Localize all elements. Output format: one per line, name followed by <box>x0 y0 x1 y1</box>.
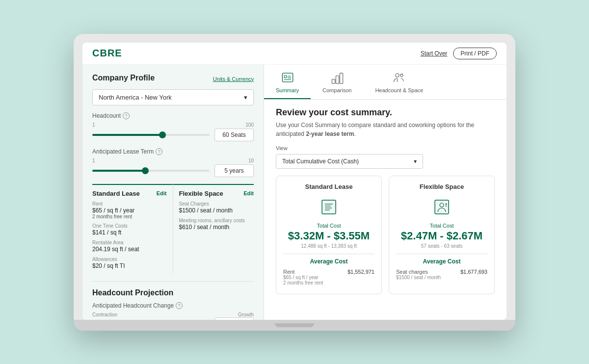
cbre-logo: CBRE <box>92 48 122 59</box>
flexible-seat-desc: $1500 / seat / month <box>396 275 441 280</box>
standard-rent-value: $1,552,971 <box>348 269 375 286</box>
location-dropdown[interactable]: North America - New York ▾ <box>92 89 254 105</box>
view-dropdown-chevron-icon: ▾ <box>414 158 417 165</box>
standard-lease-section: Standard Lease Edit Rent $65 / sq ft / y… <box>92 184 173 273</box>
headcount-slider-row: 60 Seats <box>92 129 254 141</box>
dropdown-chevron-icon: ▾ <box>244 94 247 101</box>
right-panel: Summary Comparison <box>264 65 507 320</box>
standard-rent-desc: $65 / sq ft / year <box>283 275 323 280</box>
headcount-slider-thumb[interactable] <box>159 131 166 138</box>
lease-term-slider-row: 5 years <box>92 164 254 177</box>
allowances-detail: Allowances $20 / sq ft TI <box>92 257 167 269</box>
view-label: View <box>276 145 495 151</box>
svg-rect-11 <box>322 200 336 214</box>
rent-detail: Rent $65 / sq ft / year 2 months free re… <box>92 201 167 219</box>
standard-lease-card-icon <box>283 195 375 219</box>
flexible-space-title: Flexible Space Edit <box>179 190 254 197</box>
flexible-space-edit[interactable]: Edit <box>243 190 254 196</box>
header-actions: Start Over Print / PDF <box>421 48 497 59</box>
seat-charges-detail: Seat Charges $1500 / seat / month <box>179 201 254 214</box>
tab-summary-label: Summary <box>276 87 299 93</box>
svg-rect-6 <box>336 76 339 83</box>
lease-term-slider-thumb[interactable] <box>142 167 149 174</box>
lease-term-help-icon[interactable]: ? <box>156 148 162 155</box>
growth-value-box: 0% growth <box>214 317 254 320</box>
headcount-help-icon[interactable]: ? <box>123 112 130 119</box>
headcount-slider-fill <box>92 134 162 136</box>
view-dropdown-value: Total Cumulative Cost (Cash) <box>282 158 359 165</box>
flexible-total-cost-sub: 57 seats - 63 seats <box>396 243 487 249</box>
print-pdf-button[interactable]: Print / PDF <box>453 48 497 59</box>
company-profile-header: Company Profile Units & Currency <box>92 74 254 84</box>
laptop-screen: CBRE Start Over Print / PDF Company Prof… <box>82 43 507 320</box>
svg-point-8 <box>396 74 399 77</box>
company-profile-title: Company Profile <box>92 74 155 82</box>
cost-cards: Standard Lease Total Cost <box>276 176 495 294</box>
tab-summary[interactable]: Summary <box>264 65 311 99</box>
flexible-space-section: Flexible Space Edit Seat Charges $1500 /… <box>173 184 254 273</box>
tab-comparison[interactable]: Comparison <box>311 65 363 99</box>
laptop-base <box>74 320 515 331</box>
review-description: Use your Cost Summary to compare standar… <box>276 121 495 138</box>
standard-total-cost-label: Total Cost <box>283 223 375 229</box>
svg-point-18 <box>446 203 447 205</box>
anticipated-headcount-help-icon[interactable]: ? <box>176 302 183 309</box>
tab-headcount-space[interactable]: Headcount & Space <box>363 65 435 99</box>
laptop-notch <box>275 323 314 327</box>
headcount-slider-container <box>92 134 210 136</box>
flexible-seat-label: Seat charges <box>396 269 441 275</box>
flexible-space-card: Flexible Space Total Cost <box>389 176 495 294</box>
svg-rect-0 <box>282 73 293 82</box>
flexible-seat-row: Seat charges $1500 / seat / month $1,677… <box>396 269 487 280</box>
flexible-seat-value: $1,677,693 <box>460 269 487 280</box>
headcount-value-box: 60 Seats <box>214 129 254 141</box>
laptop-container: CBRE Start Over Print / PDF Company Prof… <box>74 34 515 331</box>
headcount-label: Headcount ? <box>92 112 254 119</box>
flexible-avg-cost-title: Average Cost <box>396 254 487 265</box>
lease-term-value-box: 5 years <box>214 164 254 177</box>
units-currency-link[interactable]: Units & Currency <box>213 76 254 82</box>
headcount-space-icon <box>391 70 407 85</box>
anticipated-headcount-label: Anticipated Headcount Change ? <box>92 302 254 309</box>
lease-term-label: Anticipated Lease Term ? <box>92 148 254 155</box>
start-over-button[interactable]: Start Over <box>421 50 448 57</box>
summary-icon <box>280 70 295 85</box>
app-header: CBRE Start Over Print / PDF <box>82 43 507 65</box>
lease-space-section: Standard Lease Edit Rent $65 / sq ft / y… <box>92 184 254 273</box>
flexible-total-cost-value: $2.47M - $2.67M <box>396 230 487 242</box>
standard-lease-card-title: Standard Lease <box>283 183 375 190</box>
review-title: Review your cost summary. <box>276 107 495 118</box>
meeting-rooms-detail: Meeting rooms, ancillary costs $610 / se… <box>179 218 254 231</box>
right-content: Review your cost summary. Use your Cost … <box>264 100 507 302</box>
svg-point-1 <box>284 75 286 78</box>
standard-lease-card: Standard Lease Total Cost <box>276 176 382 294</box>
location-value: North America - New York <box>99 94 172 101</box>
lease-term-range-labels: 1 10 <box>92 158 254 163</box>
standard-rent-row: Rent $65 / sq ft / year 2 months free re… <box>283 269 375 286</box>
comparison-icon <box>329 70 345 85</box>
svg-point-9 <box>401 74 403 76</box>
growth-slider-row: 0% growth <box>92 317 254 320</box>
standard-lease-title: Standard Lease Edit <box>92 190 167 197</box>
tab-headcount-space-label: Headcount & Space <box>375 87 423 93</box>
svg-rect-5 <box>332 79 335 83</box>
standard-rent-label: Rent <box>283 269 323 275</box>
headcount-projection-section: Headcount Projection Anticipated Headcou… <box>92 281 254 320</box>
standard-rent-sub: 2 months free rent <box>283 280 323 286</box>
standard-lease-edit[interactable]: Edit <box>157 190 167 196</box>
standard-avg-cost-title: Average Cost <box>283 254 375 265</box>
flexible-space-card-icon <box>396 195 487 219</box>
headcount-range-labels: 1 100 <box>92 122 254 128</box>
svg-rect-7 <box>340 73 343 83</box>
standard-total-cost-sub: 12,488 sq ft - 13,383 sq ft <box>283 243 375 249</box>
left-panel: Company Profile Units & Currency North A… <box>82 65 264 320</box>
app-body: Company Profile Units & Currency North A… <box>82 65 507 320</box>
lease-term-slider-track <box>92 170 210 172</box>
projection-title: Headcount Projection <box>92 288 254 297</box>
flexible-total-cost-label: Total Cost <box>396 223 487 229</box>
headcount-slider-track <box>92 134 210 136</box>
view-dropdown[interactable]: Total Cumulative Cost (Cash) ▾ <box>276 154 423 169</box>
rentable-area-detail: Rentable Area 204.19 sq ft / seat <box>92 240 167 253</box>
nav-tabs: Summary Comparison <box>264 65 507 100</box>
lease-term-slider-fill <box>92 170 145 172</box>
